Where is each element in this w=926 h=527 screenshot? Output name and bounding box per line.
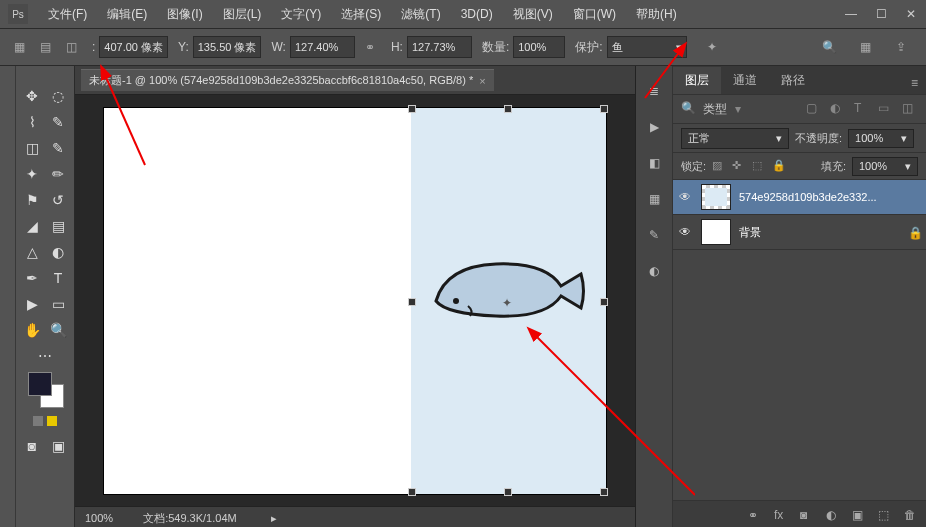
crop-tool[interactable]: ◫: [21, 138, 43, 158]
menu-select[interactable]: 选择(S): [331, 0, 391, 28]
layer-row[interactable]: 👁 574e9258d109b3de2e332...: [673, 180, 926, 215]
menu-help[interactable]: 帮助(H): [626, 0, 687, 28]
filter-shape-icon[interactable]: ▭: [878, 101, 894, 117]
stamp-tool[interactable]: ⚑: [21, 190, 43, 210]
type-tool[interactable]: T: [47, 268, 69, 288]
layer-name[interactable]: 574e9258d109b3de2e332...: [739, 191, 920, 203]
menu-window[interactable]: 窗口(W): [563, 0, 626, 28]
menu-layer[interactable]: 图层(L): [213, 0, 272, 28]
layer-mask-icon[interactable]: ◙: [800, 508, 814, 522]
layer-name[interactable]: 背景: [739, 225, 900, 240]
link-layers-icon[interactable]: ⚭: [748, 508, 762, 522]
x-label: :: [92, 40, 95, 54]
heal-tool[interactable]: ✦: [21, 164, 43, 184]
tab-paths[interactable]: 路径: [769, 67, 817, 94]
filter-type-icon[interactable]: T: [854, 101, 870, 117]
filter-smart-icon[interactable]: ◫: [902, 101, 918, 117]
menu-image[interactable]: 图像(I): [157, 0, 212, 28]
doc-size-readout[interactable]: 文档:549.3K/1.04M: [143, 511, 237, 526]
filter-pixel-icon[interactable]: ▢: [806, 101, 822, 117]
filter-chevron-icon[interactable]: ▾: [735, 102, 741, 116]
minimize-button[interactable]: —: [836, 7, 866, 21]
grid-icon[interactable]: ▦: [854, 36, 876, 58]
tab-close-icon[interactable]: ×: [479, 75, 485, 87]
x-field[interactable]: 407.00 像素: [99, 36, 168, 58]
filter-adjust-icon[interactable]: ◐: [830, 101, 846, 117]
share-icon[interactable]: ⇪: [890, 36, 912, 58]
menu-file[interactable]: 文件(F): [38, 0, 97, 28]
align-icon[interactable]: ▤: [34, 36, 56, 58]
panel-menu-icon[interactable]: ≡: [903, 72, 926, 94]
lock-artboard-icon[interactable]: ⬚: [752, 159, 766, 173]
filter-search-icon[interactable]: 🔍: [681, 101, 697, 117]
brush-panel-icon[interactable]: ✎: [644, 226, 664, 244]
menu-edit[interactable]: 编辑(E): [97, 0, 157, 28]
w-field[interactable]: 127.40%: [290, 36, 355, 58]
layer-thumbnail[interactable]: [701, 184, 731, 210]
hand-tool[interactable]: ✋: [21, 320, 43, 340]
protect-dropdown[interactable]: 鱼▾: [607, 36, 687, 58]
pen-tool[interactable]: ✒: [21, 268, 43, 288]
visibility-icon[interactable]: 👁: [679, 225, 693, 239]
history-brush-tool[interactable]: ↺: [47, 190, 69, 210]
layer-row[interactable]: 👁 背景 🔒: [673, 215, 926, 250]
play-panel-icon[interactable]: ▶: [644, 118, 664, 136]
reference-point-icon[interactable]: ◫: [60, 36, 82, 58]
zoom-readout[interactable]: 100%: [85, 512, 113, 524]
maximize-button[interactable]: ☐: [866, 7, 896, 21]
group-icon[interactable]: ▣: [852, 508, 866, 522]
document-tab[interactable]: 未标题-1 @ 100% (574e9258d109b3de2e3325bacc…: [81, 69, 494, 91]
color-swatches[interactable]: [28, 372, 62, 406]
layer-fx-icon[interactable]: fx: [774, 508, 788, 522]
menu-type[interactable]: 文字(Y): [271, 0, 331, 28]
lock-all-icon[interactable]: 🔒: [772, 159, 786, 173]
tool-preset-icon[interactable]: ▦: [8, 36, 30, 58]
new-layer-icon[interactable]: ⬚: [878, 508, 892, 522]
delete-layer-icon[interactable]: 🗑: [904, 508, 918, 522]
gradient-tool[interactable]: ▤: [47, 216, 69, 236]
person-icon[interactable]: ✦: [701, 36, 723, 58]
menu-filter[interactable]: 滤镜(T): [391, 0, 450, 28]
blend-mode-select[interactable]: 正常▾: [681, 128, 789, 149]
menu-view[interactable]: 视图(V): [503, 0, 563, 28]
brush-tool[interactable]: ✏: [47, 164, 69, 184]
dodge-tool[interactable]: ◐: [47, 242, 69, 262]
styles-panel-icon[interactable]: ▦: [644, 190, 664, 208]
properties-panel-icon[interactable]: ≣: [644, 82, 664, 100]
swatches-panel-icon[interactable]: ◐: [644, 262, 664, 280]
tab-channels[interactable]: 通道: [721, 67, 769, 94]
lock-position-icon[interactable]: ✜: [732, 159, 746, 173]
quantity-field[interactable]: 100%: [513, 36, 565, 58]
quick-mask-tool[interactable]: ◙: [21, 436, 43, 456]
eyedropper-tool[interactable]: ✎: [47, 138, 69, 158]
more-tools[interactable]: ⋯: [34, 346, 56, 366]
visibility-icon[interactable]: 👁: [679, 190, 693, 204]
screen-mode-tool[interactable]: ▣: [47, 436, 69, 456]
canvas[interactable]: ✦: [104, 108, 606, 494]
mini-swatches[interactable]: [33, 416, 57, 426]
marquee-tool[interactable]: ◌: [47, 86, 69, 106]
zoom-tool[interactable]: 🔍: [47, 320, 69, 340]
link-icon[interactable]: ⚭: [359, 36, 381, 58]
status-chevron-icon[interactable]: ▸: [271, 512, 277, 525]
path-select-tool[interactable]: ▶: [21, 294, 43, 314]
lasso-tool[interactable]: ⌇: [21, 112, 43, 132]
adjustment-layer-icon[interactable]: ◐: [826, 508, 840, 522]
eraser-tool[interactable]: ◢: [21, 216, 43, 236]
fill-field[interactable]: 100%▾: [852, 157, 918, 176]
blur-tool[interactable]: △: [21, 242, 43, 262]
menu-3d[interactable]: 3D(D): [451, 0, 503, 28]
y-field[interactable]: 135.50 像素: [193, 36, 262, 58]
tool-collapse-strip[interactable]: [0, 66, 16, 527]
tab-layers[interactable]: 图层: [673, 67, 721, 94]
h-field[interactable]: 127.73%: [407, 36, 472, 58]
close-button[interactable]: ✕: [896, 7, 926, 21]
search-icon[interactable]: 🔍: [818, 36, 840, 58]
opacity-field[interactable]: 100%▾: [848, 129, 914, 148]
quick-select-tool[interactable]: ✎: [47, 112, 69, 132]
adjustments-panel-icon[interactable]: ◧: [644, 154, 664, 172]
layer-thumbnail[interactable]: [701, 219, 731, 245]
lock-pixels-icon[interactable]: ▨: [712, 159, 726, 173]
shape-tool[interactable]: ▭: [47, 294, 69, 314]
move-tool[interactable]: ✥: [21, 86, 43, 106]
